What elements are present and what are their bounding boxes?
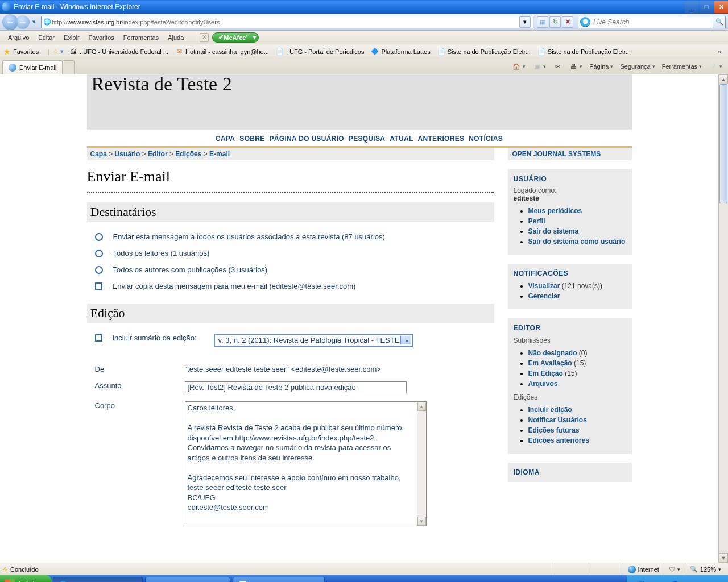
link-em-avaliacao[interactable]: Em Avaliação xyxy=(528,359,572,367)
breadcrumb-capa[interactable]: Capa xyxy=(90,150,107,158)
favlink-lattes[interactable]: 🔷Plataforma Lattes xyxy=(367,48,433,56)
favlink-icon: 📄 xyxy=(276,48,284,56)
recipient-option-all-users[interactable]: Enviar esta mensagem a todos os usuários… xyxy=(95,228,494,245)
link-arquivos[interactable]: Arquivos xyxy=(528,380,558,388)
issue-select[interactable]: v. 3, n. 2 (2011): Revista de Patologia … xyxy=(214,334,413,347)
link-em-edicao[interactable]: Em Edição xyxy=(528,369,563,377)
favorites-label[interactable]: Favoritos xyxy=(13,48,39,55)
favorites-overflow[interactable]: » xyxy=(714,48,725,55)
link-sair-como-usuario[interactable]: Sair do sistema como usuário xyxy=(528,238,626,246)
send-copy-checkbox-row[interactable]: Enviar cópia desta mensagem para meu e-m… xyxy=(95,278,494,294)
window-maximize-button[interactable]: □ xyxy=(700,1,713,13)
system-tray[interactable]: ‹ 🟦 🔈 🛡 🧿 W ⌨ 07:20 xyxy=(627,575,728,582)
suggested-star-icon[interactable]: ☆ xyxy=(53,48,59,55)
page-menu[interactable]: Página▾ xyxy=(587,62,615,71)
scroll-up-button[interactable]: ▲ xyxy=(719,74,728,84)
menu-exibir[interactable]: Exibir xyxy=(59,32,84,43)
refresh-button[interactable]: ↻ xyxy=(549,16,561,28)
mcafee-toolbar-button[interactable]: ✔ McAfee’ xyxy=(212,32,258,43)
feeds-button[interactable]: ▣▾ xyxy=(530,62,548,72)
zoom-cell[interactable]: 🔍125%▾ xyxy=(685,563,726,575)
link-edicoes-anteriores[interactable]: Edições anteriores xyxy=(528,436,589,444)
start-button[interactable]: Iniciar xyxy=(0,575,52,582)
nav-noticias[interactable]: NOTÍCIAS xyxy=(466,135,505,143)
include-toc-label: Incluir sumário da edição: xyxy=(113,334,204,342)
link-perfil[interactable]: Perfil xyxy=(528,217,545,225)
window-minimize-button[interactable]: _ xyxy=(685,1,698,13)
home-button[interactable]: 🏠▾ xyxy=(510,62,528,72)
link-notificar-usuarios[interactable]: Notificar Usuários xyxy=(528,416,587,424)
ojs-system-link[interactable]: OPEN JOURNAL SYSTEMS xyxy=(508,148,632,160)
print-button[interactable]: 🖶▾ xyxy=(566,62,585,71)
favlink-ufg[interactable]: 🏛. UFG - Universidade Federal ... xyxy=(66,48,172,56)
taskbar-item-documents[interactable]: 📁Meus documentos xyxy=(145,577,230,582)
menu-ferramentas[interactable]: Ferramentas xyxy=(119,32,163,43)
link-nao-designado[interactable]: Não designado xyxy=(528,349,577,357)
nav-atual[interactable]: ATUAL xyxy=(387,135,415,143)
scroll-down-button[interactable]: ▼ xyxy=(719,553,728,563)
menu-favoritos[interactable]: Favoritos xyxy=(84,32,119,43)
nav-anteriores[interactable]: ANTERIORES xyxy=(416,135,467,143)
compat-view-button[interactable]: ▦ xyxy=(537,16,548,28)
taskbar-item-editor-teste[interactable]: 📊EDITOR_TESTE.odp -... xyxy=(233,577,325,582)
favlink-sistema-1[interactable]: 📄Sistema de Publicação Eletr... xyxy=(434,48,534,56)
nav-sobre[interactable]: SOBRE xyxy=(237,135,267,143)
link-gerenciar[interactable]: Gerenciar xyxy=(528,292,560,300)
new-tab-button[interactable] xyxy=(62,60,75,74)
include-toc-checkbox[interactable] xyxy=(95,334,102,342)
window-close-button[interactable]: ✕ xyxy=(714,1,728,13)
favlink-sistema-2[interactable]: 📄Sistema de Publicação Eletr... xyxy=(534,48,634,56)
address-bar[interactable]: 🌐 http:// www.revistas.ufg.br /index.php… xyxy=(41,16,533,28)
breadcrumb-edicoes[interactable]: Edições xyxy=(175,150,201,158)
browser-tab[interactable]: Enviar E-mail xyxy=(2,60,63,74)
address-input-hidden[interactable] xyxy=(220,18,518,26)
radio-icon[interactable] xyxy=(95,266,103,274)
scroll-up-icon[interactable]: ▲ xyxy=(417,402,426,411)
protected-mode-cell[interactable]: 🛡▾ xyxy=(664,563,685,575)
forward-button[interactable]: → xyxy=(16,15,30,29)
windows-logo-icon xyxy=(5,579,15,582)
nav-pesquisa[interactable]: PESQUISA xyxy=(346,135,387,143)
taskbar-item-ie[interactable]: 🌐Enviar E-mail - Windo... xyxy=(53,577,143,582)
link-incluir-edicao[interactable]: Incluir edição xyxy=(528,406,572,414)
favorites-star-icon[interactable]: ★ xyxy=(3,47,11,56)
search-box[interactable]: 🔍 xyxy=(578,16,726,28)
favlink-periodicos[interactable]: 📄. UFG - Portal de Periodicos xyxy=(272,48,368,56)
link-meus-periodicos[interactable]: Meus periódicos xyxy=(528,207,582,215)
radio-icon[interactable] xyxy=(95,233,103,241)
favlink-icon: ✉ xyxy=(175,48,183,56)
issue-heading: Edição xyxy=(87,304,494,323)
menu-editar[interactable]: Editar xyxy=(34,32,59,43)
textarea-scrollbar[interactable]: ▲ ▼ xyxy=(417,402,426,526)
breadcrumb-editor[interactable]: Editor xyxy=(148,150,168,158)
search-input[interactable] xyxy=(592,18,713,26)
help-button[interactable]: ❔▾ xyxy=(706,62,725,72)
body-textarea[interactable] xyxy=(185,402,417,525)
subject-input[interactable] xyxy=(185,381,407,393)
favlink-hotmail[interactable]: ✉Hotmail - cassinha_gyn@ho... xyxy=(172,48,272,56)
nav-user-page[interactable]: PÁGINA DO USUÁRIO xyxy=(267,135,346,143)
scroll-down-icon[interactable]: ▼ xyxy=(417,517,426,526)
search-button[interactable]: 🔍 xyxy=(713,16,725,28)
menu-ajuda[interactable]: Ajuda xyxy=(163,32,188,43)
checkbox-icon[interactable] xyxy=(95,282,102,290)
scroll-thumb[interactable] xyxy=(719,84,727,203)
recipient-option-authors[interactable]: Todos os autores com publicações (3 usuá… xyxy=(95,261,494,278)
breadcrumb-usuario[interactable]: Usuário xyxy=(115,150,140,158)
menu-arquivo[interactable]: Arquivo xyxy=(3,32,34,43)
nav-capa[interactable]: CAPA xyxy=(213,135,237,143)
nav-history-dropdown[interactable]: ▾ xyxy=(30,18,39,26)
toolbar-close-button[interactable]: ✕ xyxy=(200,33,209,42)
radio-icon[interactable] xyxy=(95,250,103,257)
favlink-icon: 📄 xyxy=(437,48,445,56)
stop-button[interactable]: ✕ xyxy=(562,16,573,28)
security-menu[interactable]: Segurança▾ xyxy=(618,62,657,71)
address-dropdown-button[interactable]: ▾ xyxy=(519,16,531,28)
mail-button[interactable]: ✉ xyxy=(551,62,564,72)
link-edicoes-futuras[interactable]: Edições futuras xyxy=(528,426,580,434)
recipient-option-readers[interactable]: Todos os leitores (1 usuários) xyxy=(95,245,494,261)
link-visualizar[interactable]: Visualizar xyxy=(528,282,560,290)
page-scrollbar[interactable]: ▲ ▼ xyxy=(718,74,728,563)
link-sair[interactable]: Sair do sistema xyxy=(528,227,579,235)
tools-menu[interactable]: Ferramentas▾ xyxy=(660,62,704,71)
